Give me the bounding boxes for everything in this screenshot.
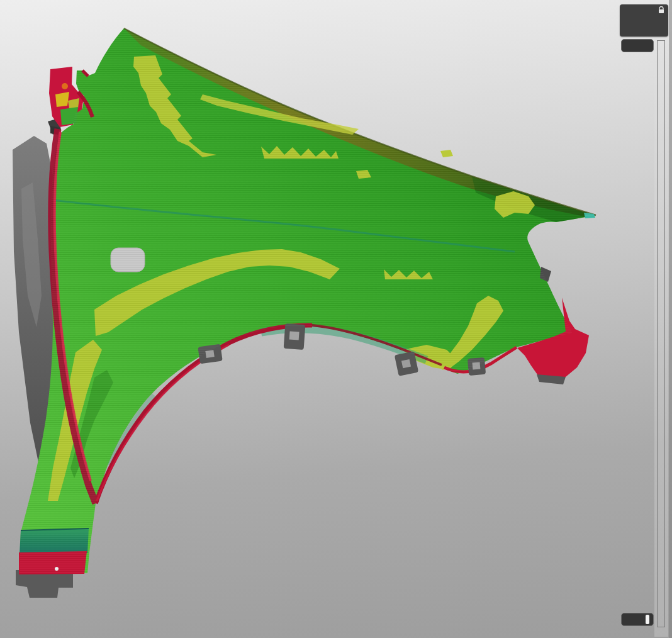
legend-min-input[interactable] (621, 613, 654, 626)
window-edge (669, 0, 672, 638)
legend-max-input[interactable] (621, 39, 654, 52)
3d-viewport[interactable] (0, 0, 672, 638)
color-scale-bar[interactable] (657, 40, 665, 627)
fender-deviation-mesh (0, 0, 672, 638)
legend-min-value (646, 615, 649, 624)
legend-header[interactable] (620, 4, 668, 36)
lock-icon (658, 6, 664, 14)
brushed-texture-overlay (20, 28, 596, 574)
